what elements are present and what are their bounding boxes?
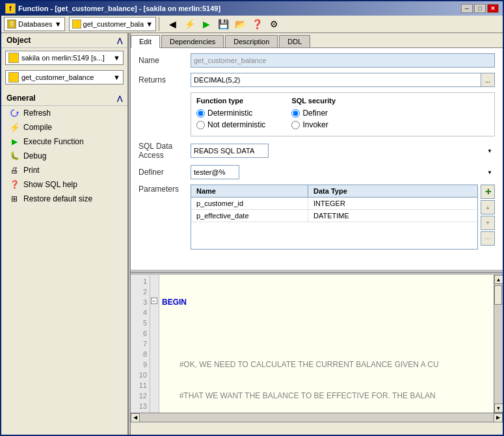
delete-param-btn[interactable]: —: [481, 231, 495, 246]
maximize-button[interactable]: □: [474, 4, 486, 13]
param-row-1[interactable]: p_effective_date DATETIME: [191, 210, 477, 222]
left-panel: Object ⋀ sakila on merlin:5149 [s...] ▼ …: [1, 33, 128, 435]
params-action-buttons: ✛ ▲ ▼ —: [481, 185, 495, 250]
hscroll-track: [140, 413, 494, 422]
tab-description[interactable]: Description: [225, 35, 278, 47]
db-dropdown-arrow: ▼: [113, 54, 120, 62]
run-btn[interactable]: ▶: [198, 17, 214, 31]
save-btn[interactable]: 💾: [215, 17, 231, 31]
name-input[interactable]: [191, 53, 495, 68]
nav-print[interactable]: 🖨 Print: [1, 163, 127, 177]
function-type-box: Function type Deterministic Not determin…: [191, 92, 495, 136]
code-editor-wrapper: 1 2 3 4 5 6 7 8 9 10 11 12 13: [131, 275, 503, 413]
add-param-btn[interactable]: ✛: [481, 185, 495, 199]
nav-debug[interactable]: 🐛 Debug: [1, 149, 127, 163]
compile-btn[interactable]: ⚡: [181, 17, 197, 31]
invoker-label: Invoker: [302, 120, 328, 129]
nav-restore[interactable]: ⊞ Restore default size: [1, 192, 127, 206]
hscroll-left-btn[interactable]: ◀: [131, 413, 140, 422]
line-num-13: 13: [133, 401, 147, 411]
open-btn[interactable]: 📂: [232, 17, 248, 31]
title-bar-left: f Function - [get_customer_balance] - [s…: [5, 3, 220, 14]
help-icon: ❓: [9, 179, 20, 190]
close-button[interactable]: ✕: [487, 4, 499, 13]
toolbar-group-nav: get_customer_bala ▼: [69, 17, 160, 31]
scroll-thumb[interactable]: [494, 285, 502, 305]
db-object-dropdown[interactable]: sakila on merlin:5149 [s...] ▼: [5, 51, 124, 65]
form-area: Name Returns ... Function t: [131, 48, 503, 269]
collapse-spacer-11: [150, 379, 159, 389]
sql-data-access-wrapper: READS SQL DATA: [191, 144, 495, 158]
object-dropdown-toolbar[interactable]: get_customer_bala ▼: [69, 17, 157, 31]
name-row: Name: [139, 53, 495, 68]
code-line-3: #OK, WE NEED TO CALCULATE THE CURRENT BA…: [162, 359, 491, 370]
nav-back-btn[interactable]: ◀: [165, 17, 180, 31]
menu-bar: 🗄 Databases ▼ get_customer_bala ▼ ◀ ⚡ ▶ …: [1, 16, 503, 33]
line-num-3: 3: [133, 297, 147, 307]
move-up-btn[interactable]: ▲: [481, 200, 495, 214]
collapse-spacer-9: [150, 358, 159, 368]
param-row-0[interactable]: p_customer_id INTEGER: [191, 198, 477, 210]
params-type-header: Data Type: [308, 185, 477, 197]
sql-data-access-select[interactable]: READS SQL DATA: [191, 144, 269, 158]
content-area: Object ⋀ sakila on merlin:5149 [s...] ▼ …: [1, 33, 503, 435]
not-deterministic-radio[interactable]: [196, 121, 205, 129]
nav-sql-help-label: Show SQL help: [23, 180, 77, 189]
general-section-header: General ⋀: [1, 91, 127, 106]
sql-security-section-label: SQL security: [291, 97, 336, 105]
nav-execute[interactable]: ▶ Execute Function: [1, 135, 127, 149]
sql-data-access-row: SQL Data Access READS SQL DATA: [139, 142, 495, 160]
params-table: Name Data Type p_customer_id INTEGER p_e…: [191, 185, 478, 250]
definer-radio[interactable]: [291, 109, 300, 118]
deterministic-radio[interactable]: [196, 109, 205, 118]
tab-edit[interactable]: Edit: [131, 35, 160, 48]
collapse-spacer-4: [150, 306, 159, 316]
scroll-down-btn[interactable]: ▼: [494, 404, 503, 413]
line-num-1: 1: [133, 276, 147, 287]
collapse-column: −: [150, 275, 159, 413]
params-empty-space: [191, 222, 477, 248]
window-title: Function - [get_customer_balance] - [sak…: [18, 5, 220, 12]
move-down-btn[interactable]: ▼: [481, 216, 495, 230]
settings-btn[interactable]: ⚙: [266, 17, 282, 31]
nav-items-list: Refresh ⚡ Compile ▶ Execute Function: [1, 106, 127, 206]
collapse-icon-3[interactable]: −: [151, 298, 157, 304]
invoker-radio[interactable]: [291, 121, 300, 129]
tab-ddl[interactable]: DDL: [279, 35, 310, 47]
restore-icon: ⊞: [9, 194, 20, 204]
object-section-collapse[interactable]: ⋀: [117, 37, 122, 44]
nav-refresh[interactable]: Refresh: [1, 106, 127, 120]
minimize-button[interactable]: ─: [461, 4, 473, 13]
code-content[interactable]: BEGIN #OK, WE NEED TO CALCULATE THE CURR…: [159, 275, 494, 413]
hscroll-right-btn[interactable]: ▶: [494, 413, 503, 422]
line-num-2: 2: [133, 287, 147, 297]
definer-select[interactable]: tester@%: [191, 165, 239, 179]
code-area: 1 2 3 4 5 6 7 8 9 10 11 12 13: [131, 273, 503, 422]
returns-input[interactable]: [191, 73, 481, 87]
nav-compile-label: Compile: [23, 123, 52, 132]
tab-dependencies[interactable]: Dependencies: [161, 35, 224, 47]
general-section-collapse[interactable]: ⋀: [117, 95, 122, 102]
window-icon: f: [5, 3, 16, 14]
comment-4: #THAT WE WANT THE BALANCE TO BE EFFECTIV…: [162, 391, 436, 401]
scroll-track: [494, 284, 503, 404]
code-vscrollbar[interactable]: ▲ ▼: [494, 275, 503, 413]
code-line-1: BEGIN: [162, 297, 491, 307]
databases-dropdown[interactable]: 🗄 Databases ▼: [4, 17, 65, 31]
params-header: Name Data Type: [191, 185, 477, 198]
line-num-4: 4: [133, 307, 147, 318]
nav-compile[interactable]: ⚡ Compile: [1, 120, 127, 135]
nav-sql-help[interactable]: ❓ Show SQL help: [1, 177, 127, 192]
title-buttons: ─ □ ✕: [461, 4, 499, 13]
scroll-up-btn[interactable]: ▲: [494, 275, 503, 284]
returns-browse-btn[interactable]: ...: [481, 73, 495, 87]
param-type-0: INTEGER: [308, 198, 477, 209]
tabs-bar: Edit Dependencies Description DDL: [131, 33, 503, 48]
help-btn[interactable]: ❓: [249, 17, 265, 31]
param-type-1: DATETIME: [308, 210, 477, 222]
refresh-icon: [9, 108, 20, 118]
func-icon: [8, 72, 19, 83]
func-object-dropdown[interactable]: get_customer_balance ▼: [5, 70, 124, 84]
parameters-label: Parameters: [139, 185, 191, 194]
code-hscrollbar[interactable]: ◀ ▶: [131, 413, 503, 422]
